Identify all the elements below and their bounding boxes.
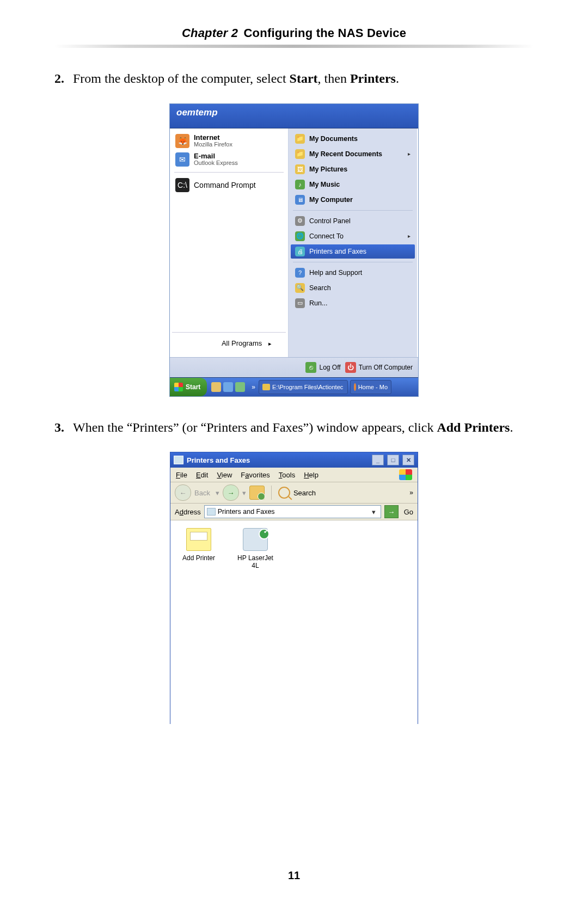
menu-bar: File Edit View Favorites Tools Help [170,468,418,482]
menu-tools[interactable]: Tools [279,471,295,479]
menu-help[interactable]: Help [304,471,318,479]
run-item[interactable]: ▭Run... [291,296,415,310]
separator [174,172,284,173]
internet-item[interactable]: 🦊 Internet Mozilla Firefox [172,132,286,150]
folder-icon: 📁 [295,134,305,144]
power-icon: ⏻ [345,362,356,373]
address-value: Printers and Faxes [218,508,275,516]
chapter-title: Configuring the NAS Device [244,26,407,40]
quicklaunch-more[interactable]: » [249,383,258,391]
printers-window: Printers and Faxes _ □ ✕ File Edit View … [170,452,418,724]
control-panel[interactable]: ⚙Control Panel [291,214,415,228]
connect-to[interactable]: 🌐Connect To [291,229,415,243]
start-menu-left: 🦊 Internet Mozilla Firefox ✉ E-mail Outl… [170,128,289,357]
folder-icon: 📁 [295,149,305,159]
windows-logo-icon [174,383,183,391]
menu-file[interactable]: File [176,471,187,479]
search-item[interactable]: 🔍Search [291,281,415,295]
cmd-label: Command Prompt [194,181,256,189]
computer-icon: 🖥 [295,195,305,205]
music-icon: ♪ [295,180,305,189]
quick-launch [207,382,249,392]
hp-printer-item[interactable]: HP LaserJet 4L [235,528,276,569]
taskbar-item-explorer[interactable]: E:\Program Files\Actiontec [259,380,348,394]
internet-title: Internet [194,134,232,141]
windows-logo-icon [399,469,412,480]
close-button[interactable]: ✕ [402,455,414,465]
minimize-button[interactable]: _ [372,455,384,465]
menu-view[interactable]: View [217,471,232,479]
back-button[interactable]: ← [175,484,191,501]
toolbar: ← Back ▾ → ▾ Search » [170,482,418,504]
dropdown-icon[interactable]: ▾ [216,489,219,497]
start-menu-user: oemtemp [170,104,418,128]
taskbar: Start » E:\Program Files\Actiontec Home … [170,377,418,396]
my-pictures[interactable]: 🖼My Pictures [291,162,415,176]
control-panel-icon: ⚙ [295,216,305,226]
address-bar: Address Printers and Faxes ▾ → Go [170,504,418,520]
my-recent-documents[interactable]: 📁My Recent Documents [291,147,415,161]
separator [293,262,413,262]
window-body: Add Printer HP LaserJet 4L [170,520,418,737]
printers-and-faxes[interactable]: 🖨Printers and Faxes [291,244,415,259]
folder-icon [262,384,270,390]
my-music[interactable]: ♪My Music [291,177,415,192]
network-icon: 🌐 [295,231,305,241]
hp-printer-label: HP LaserJet 4L [235,554,276,569]
printer-icon [174,456,183,464]
email-item[interactable]: ✉ E-mail Outlook Express [172,150,286,169]
window-title: Printers and Faxes [187,456,250,464]
search-icon: 🔍 [295,283,305,293]
back-label: Back [194,489,210,497]
quicklaunch-icon[interactable] [235,382,245,392]
start-button[interactable]: Start [170,378,207,396]
all-programs[interactable]: All Programs [172,332,286,354]
my-documents[interactable]: 📁My Documents [291,132,415,146]
add-printer-item[interactable]: Add Printer [178,528,219,562]
internet-sub: Mozilla Firefox [194,141,232,148]
chapter-header: Chapter 2 Configuring the NAS Device [54,26,534,40]
quicklaunch-icon[interactable] [223,382,233,392]
taskbar-item-browser[interactable]: Home - Mo [350,380,391,394]
start-menu-bottom: ⎋Log Off ⏻Turn Off Computer [170,357,418,377]
address-field[interactable]: Printers and Faxes ▾ [204,505,381,518]
printer-icon: 🖨 [295,247,305,256]
step-number: 3. [54,419,73,437]
separator [271,486,272,500]
up-folder-button[interactable] [249,486,265,500]
quicklaunch-icon[interactable] [211,382,221,392]
menu-favorites[interactable]: Favorites [241,471,270,479]
email-icon: ✉ [175,152,189,167]
forward-button[interactable]: → [223,484,239,501]
step-3: 3. When the “Printers” (or “Printers and… [54,419,534,437]
turn-off-button[interactable]: ⏻Turn Off Computer [345,362,413,373]
help-and-support[interactable]: ?Help and Support [291,266,415,280]
menu-edit[interactable]: Edit [196,471,208,479]
address-label: Address [175,508,201,516]
step-number: 2. [54,70,73,88]
window-titlebar: Printers and Faxes _ □ ✕ [170,452,418,468]
search-button[interactable]: Search [293,489,316,497]
dropdown-icon[interactable]: ▾ [370,508,378,516]
go-label: Go [404,508,413,516]
figure-printers-window: Printers and Faxes _ □ ✕ File Edit View … [54,452,534,724]
add-printer-label: Add Printer [178,554,219,562]
step-text: From the desktop of the computer, select… [73,70,534,88]
search-icon [278,487,290,499]
add-printer-icon [186,528,211,551]
maximize-button[interactable]: □ [387,455,399,465]
dropdown-icon[interactable]: ▾ [242,489,246,497]
log-off-button[interactable]: ⎋Log Off [305,362,340,373]
step-text: When the “Printers” (or “Printers and Fa… [73,419,534,437]
go-button[interactable]: → [384,505,399,518]
toolbar-more[interactable]: » [409,489,413,496]
printer-default-icon [243,528,268,551]
start-menu: oemtemp 🦊 Internet Mozilla Firefox ✉ E-m… [169,103,419,397]
chapter-label: Chapter 2 [182,26,238,40]
cmd-item[interactable]: C:\ Command Prompt [172,176,286,194]
my-computer[interactable]: 🖥My Computer [291,193,415,207]
step-2: 2. From the desktop of the computer, sel… [54,70,534,88]
email-title: E-mail [194,152,238,159]
start-menu-right: 📁My Documents 📁My Recent Documents 🖼My P… [289,128,417,357]
run-icon: ▭ [295,298,305,308]
